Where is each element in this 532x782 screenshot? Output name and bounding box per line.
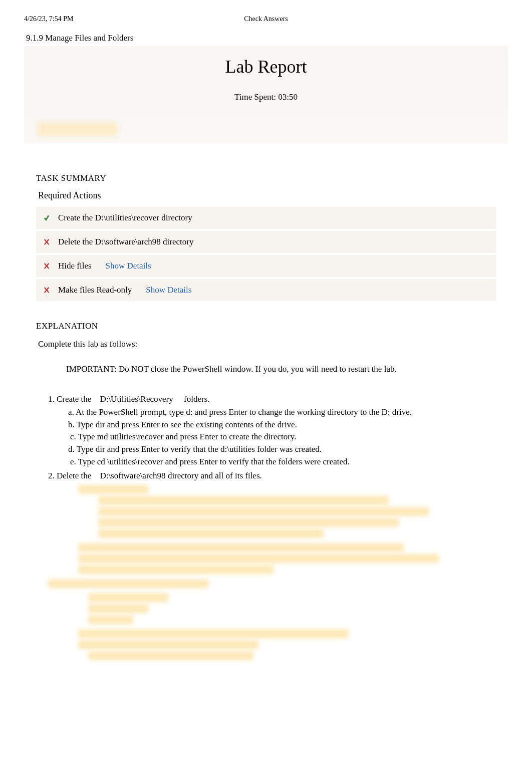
section-title: 9.1.9 Manage Files and Folders (26, 33, 508, 43)
step-1b: b. Type dir and press Enter to see the e… (68, 419, 496, 431)
report-box: Lab Report Time Spent: 03:50 (24, 46, 508, 143)
action-row: Create the D:\utilities\recover director… (36, 207, 496, 229)
action-text: Hide files (58, 261, 92, 271)
x-icon (44, 263, 49, 269)
action-row: Make files Read-only Show Details (36, 279, 496, 301)
explanation-heading: EXPLANATION (36, 321, 496, 331)
required-actions-heading: Required Actions (38, 190, 496, 201)
check-icon (44, 215, 49, 221)
lab-report-title: Lab Report (24, 56, 508, 77)
step-1: 1. Create the D:\Utilities\Recovery fold… (48, 394, 496, 404)
show-details-link[interactable]: Show Details (146, 285, 191, 295)
page-header-center: Check Answers (244, 15, 288, 23)
time-spent: Time Spent: 03:50 (24, 92, 508, 102)
x-icon (44, 239, 49, 245)
task-summary: TASK SUMMARY Required Actions Create the… (24, 173, 508, 301)
step-text: Delete the (57, 471, 94, 480)
step-path: D:\Utilities\Recovery (100, 394, 173, 404)
important-note: IMPORTANT: Do NOT close the PowerShell w… (66, 364, 496, 374)
step-1e: e. Type cd \utilities\recover and press … (70, 456, 496, 468)
step-1a: a. At the PowerShell prompt, type d: and… (68, 406, 496, 419)
step-num: 1. (48, 394, 55, 404)
step-num: 2. (48, 471, 55, 480)
action-text: Make files Read-only (58, 285, 132, 295)
show-details-link[interactable]: Show Details (106, 261, 151, 271)
redacted-content (48, 485, 496, 660)
step-text: folders. (184, 394, 209, 404)
step-path: D:\software\arch98 (100, 471, 165, 480)
page-timestamp: 4/26/23, 7:54 PM (24, 15, 73, 23)
step-1d: d. Type dir and press Enter to verify th… (68, 443, 496, 456)
x-icon (44, 287, 49, 293)
steps-list: 1. Create the D:\Utilities\Recovery fold… (48, 394, 496, 481)
action-text: Create the D:\utilities\recover director… (58, 213, 192, 223)
action-text: Delete the D:\software\arch98 directory (58, 237, 193, 247)
step-2: 2. Delete the D:\software\arch98 directo… (48, 471, 496, 481)
action-row: Hide files Show Details (36, 255, 496, 277)
step-text: Create the (57, 394, 94, 404)
score-redacted (37, 122, 117, 136)
explanation-section: EXPLANATION Complete this lab as follows… (24, 321, 508, 660)
task-summary-heading: TASK SUMMARY (36, 173, 496, 183)
action-row: Delete the D:\software\arch98 directory (36, 231, 496, 253)
step-1c: c. Type md utilities\recover and press E… (70, 431, 496, 443)
step-text: directory and all of its files. (168, 471, 262, 480)
explanation-intro: Complete this lab as follows: (38, 339, 496, 349)
